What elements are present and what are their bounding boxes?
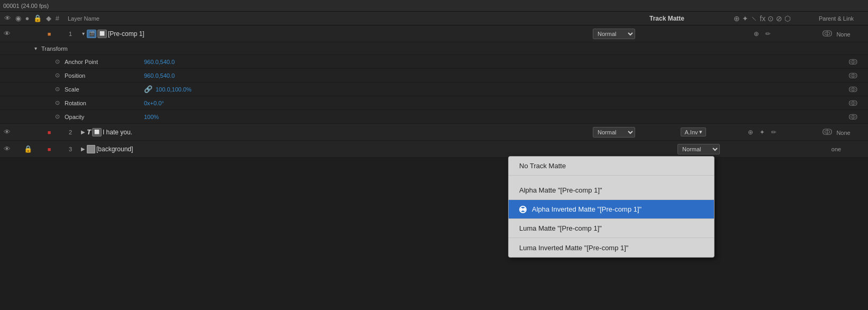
layer1-parent-value: None [836, 31, 850, 38]
layer3-name-cell: ▶ [background] [77, 145, 646, 153]
layer2-space1 [13, 127, 22, 137]
alpha-inverted-label: Alpha Inverted Matte "[Pre-comp 1]" [532, 205, 641, 213]
no-track-matte-label: No Track Matte [519, 162, 566, 170]
dropdown-item-luma-matte[interactable]: Luma Matte "[Pre-comp 1]" [509, 219, 714, 238]
layer1-blend-mode[interactable]: Normal [593, 29, 635, 39]
position-end-icons: ↂ [848, 71, 857, 80]
column-headers: 👁 ◉ ● 🔒 ◆ # Layer Name Track Matte ⊕ ✦ ⟍… [0, 12, 868, 25]
layer2-ainv-text: A.Inv [684, 129, 698, 135]
layer2-eye-icon[interactable]: 👁 [2, 127, 12, 137]
header-visibility-icons: 👁 ◉ ● 🔒 ◆ # [0, 14, 64, 22]
position-value[interactable]: 960.0,540.0 [144, 72, 175, 79]
layer2-parent-value: None [836, 130, 850, 136]
layer3-label-icon[interactable]: ■ [44, 144, 54, 154]
switches-header: ⊕ ✦ ⟍ fx ⊙ ⊘ ⬡ [720, 14, 804, 23]
rotation-spiral-icon: ↂ [848, 99, 857, 107]
layer3-parent-partial: one [831, 146, 841, 152]
layer2-ainv-chevron: ▾ [699, 129, 702, 135]
opacity-label: Opacity [65, 114, 144, 120]
rotation-end-icons: ↂ [848, 99, 857, 107]
rotation-value[interactable]: 0x+0.0° [144, 100, 164, 106]
layer2-switch-pencil[interactable]: ✏ [770, 128, 778, 136]
alpha-matte-label: Alpha Matte "[Pre-comp 1]" [519, 186, 602, 194]
layer1-eye-icon[interactable]: 👁 [2, 29, 12, 39]
layer1-num: 1 [64, 31, 77, 37]
scale-label: Scale [65, 86, 144, 93]
parent-link-header: Parent & Link [804, 15, 868, 22]
layer2-blend-mode[interactable]: Normal [593, 127, 635, 138]
luma-inverted-label: Luma Inverted Matte "[Pre-comp 1]" [519, 244, 628, 252]
dropdown-item-alpha-inverted[interactable]: Alpha Inverted Matte "[Pre-comp 1]" [509, 200, 714, 219]
layer1-spiral-icon: ↂ [822, 29, 833, 38]
layer3-space2 [34, 144, 43, 154]
layer2-label-icon[interactable]: ■ [44, 127, 54, 137]
layer2-trackmatte-cell: A.Inv ▾ [667, 127, 720, 136]
layer2-text-icon: T [87, 128, 91, 136]
layer1-solo-icon [23, 29, 33, 39]
position-label: Position [65, 72, 144, 79]
anchor-spiral-icon: ↂ [848, 58, 857, 66]
scale-link-icon[interactable]: 🔗 [144, 85, 152, 93]
layer3-name-text: [background] [96, 145, 133, 153]
dropdown-item-luma-inverted[interactable]: Luma Inverted Matte "[Pre-comp 1]" [509, 238, 714, 257]
label-header-icon: ◆ [46, 14, 51, 22]
scale-value[interactable]: 100.0,100.0% [156, 86, 192, 93]
opacity-end-icons: ↂ [848, 113, 857, 121]
layer1-audio-icon [13, 29, 22, 39]
solo-header-icon: ● [25, 14, 30, 22]
layer2-spiral: ↂ None [804, 127, 868, 137]
layer3-expand-arrow[interactable]: ▶ [79, 145, 87, 153]
layer-row-3: 👁 🔒 ■ 3 ▶ [background] Normal one [0, 141, 868, 158]
layer2-mask-icon: ⬜ [92, 128, 102, 136]
layer1-lock-icon [34, 29, 43, 39]
opacity-ring-icon: ⊙ [53, 113, 61, 121]
property-row-anchor: ⊙ Anchor Point 960.0,540.0 ↂ [0, 55, 868, 69]
layer3-lock-icon[interactable]: 🔒 [23, 144, 33, 154]
scale-end-icons: ↂ [848, 85, 857, 94]
rotation-label: Rotation [65, 100, 144, 106]
layer1-mask-icon: ⬜ [97, 30, 107, 38]
position-ring-icon: ⊙ [53, 71, 61, 80]
opacity-spiral-icon: ↂ [848, 113, 857, 121]
anchor-point-value[interactable]: 960.0,540.0 [144, 59, 175, 65]
layer3-eye-icon[interactable]: 👁 [2, 144, 12, 154]
transform-expand[interactable]: ▾ [32, 45, 39, 52]
anchor-end-icons: ↂ [848, 58, 857, 66]
layer1-vis-icons: 👁 ■ [0, 29, 64, 39]
layer-row-2: 👁 ■ 2 ▶ T ⬜ I hate you. Normal A.Inv ▾ [0, 124, 868, 141]
transform-header-row: ▾ Transform [0, 42, 868, 55]
layer3-blend-mode[interactable]: Normal [677, 144, 720, 154]
property-row-rotation: ⊙ Rotation 0x+0.0° ↂ [0, 96, 868, 110]
scale-spiral-icon: ↂ [848, 85, 857, 94]
layer2-expand-arrow[interactable]: ▶ [79, 129, 87, 136]
transform-label: Transform [41, 45, 68, 52]
luma-matte-label: Luma Matte "[Pre-comp 1]" [519, 224, 602, 232]
layer3-vis-icons: 👁 🔒 ■ [0, 144, 64, 154]
layer3-num: 3 [64, 146, 77, 152]
num-header-icon: # [56, 14, 59, 22]
layer1-switch-link[interactable]: ⊕ [752, 30, 761, 38]
layer2-name-cell: ▶ T ⬜ I hate you. [77, 128, 561, 136]
layer1-expand-arrow[interactable]: ▾ [79, 30, 87, 38]
layer2-switch-link[interactable]: ⊕ [746, 128, 755, 136]
layer2-switch-star[interactable]: ✦ [758, 128, 766, 136]
layer3-parent: one [804, 146, 868, 152]
opacity-value[interactable]: 100% [144, 114, 159, 120]
layer1-switch-pencil[interactable]: ✏ [764, 30, 772, 38]
track-matte-dropdown: No Track Matte Alpha Matte "[Pre-comp 1]… [508, 156, 715, 258]
audio-header-icon: ◉ [15, 14, 21, 22]
scale-ring-icon: ⊙ [53, 85, 61, 94]
layer-row-1: 👁 ■ 1 ▾ 🎬 ⬜ [Pre-comp 1] Normal ⊕ ✏ ↂ [0, 25, 868, 42]
layer1-switches: ⊕ ✏ [720, 30, 804, 38]
layer1-label-icon[interactable]: ■ [44, 29, 54, 39]
lock-header-icon: 🔒 [33, 14, 42, 22]
comp-info: 00001 (24.00 fps) [3, 3, 49, 9]
layer1-spiral: ↂ None [804, 29, 868, 39]
timeline-panel: 00001 (24.00 fps) 👁 ◉ ● 🔒 ◆ # Layer Name… [0, 0, 868, 310]
layer2-spiral-icon: ↂ [822, 127, 833, 136]
switches-icons: ⊕ ✦ ⟍ fx ⊙ ⊘ ⬡ [734, 14, 791, 23]
layer2-ainv-badge[interactable]: A.Inv ▾ [681, 127, 706, 136]
dropdown-item-no-track-matte[interactable]: No Track Matte [509, 157, 714, 176]
dropdown-item-alpha-matte[interactable]: Alpha Matte "[Pre-comp 1]" [509, 181, 714, 200]
layer2-space3 [34, 127, 43, 137]
